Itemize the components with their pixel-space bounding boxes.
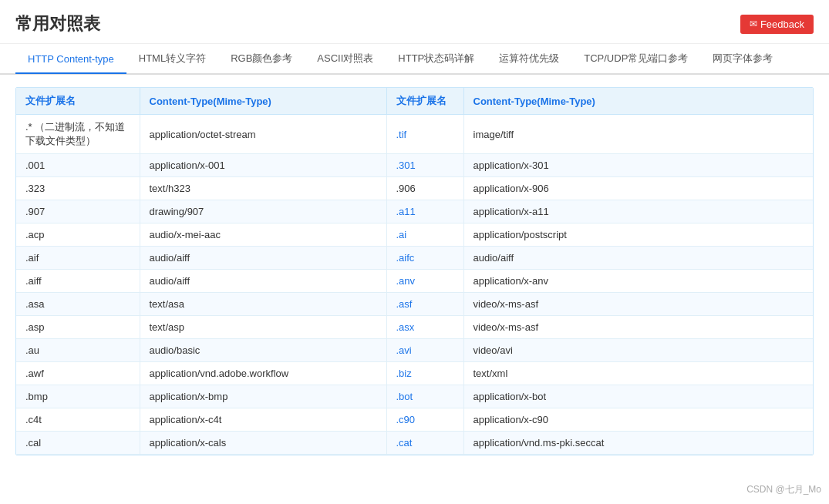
ext1-cell: .asa bbox=[16, 293, 140, 316]
feedback-label: Feedback bbox=[760, 18, 804, 30]
table-row: .c4tapplication/x-c4t.c90application/x-c… bbox=[16, 408, 813, 432]
mime1-cell: audio/x-mei-aac bbox=[140, 223, 386, 247]
mime2-cell: application/x-301 bbox=[463, 154, 813, 177]
table-row: .001application/x-001.301application/x-3… bbox=[16, 154, 813, 177]
tab-item-7[interactable]: 网页字体参考 bbox=[700, 44, 785, 75]
mime1-cell: application/octet-stream bbox=[140, 115, 386, 154]
ext1-cell: .aiff bbox=[16, 270, 140, 293]
mime1-cell: text/h323 bbox=[140, 177, 386, 200]
ext2-cell[interactable]: .asf bbox=[386, 293, 463, 316]
ext1-cell: .awf bbox=[16, 362, 140, 385]
tab-item-4[interactable]: HTTP状态码详解 bbox=[386, 44, 487, 75]
table-row: .asatext/asa.asfvideo/x-ms-asf bbox=[16, 293, 813, 316]
mime2-cell: text/xml bbox=[463, 362, 813, 385]
ext1-cell: .bmp bbox=[16, 385, 140, 408]
table-header-0: 文件扩展名 bbox=[16, 88, 140, 115]
tabs-bar: HTTP Content-typeHTML转义字符RGB颜色参考ASCII对照表… bbox=[0, 44, 829, 75]
ext2-cell[interactable]: .bot bbox=[386, 385, 463, 408]
table-row: .awfapplication/vnd.adobe.workflow.bizte… bbox=[16, 362, 813, 385]
ext2-cell[interactable]: .cat bbox=[386, 432, 463, 455]
tab-item-3[interactable]: ASCII对照表 bbox=[305, 44, 386, 75]
tab-item-5[interactable]: 运算符优先级 bbox=[487, 44, 571, 75]
mime2-cell: application/postscript bbox=[463, 223, 813, 247]
ext1-cell: .au bbox=[16, 339, 140, 362]
ext1-cell: .acp bbox=[16, 223, 140, 247]
table-row: .calapplication/x-cals.catapplication/vn… bbox=[16, 432, 813, 455]
table-row: .aiffaudio/aiff.anvapplication/x-anv bbox=[16, 270, 813, 293]
page-title: 常用对照表 bbox=[15, 12, 100, 35]
ext2-cell[interactable]: .aifc bbox=[386, 247, 463, 270]
mime1-cell: audio/basic bbox=[140, 339, 386, 362]
tab-item-1[interactable]: HTML转义字符 bbox=[126, 44, 218, 75]
table-header-2: 文件扩展名 bbox=[386, 88, 463, 115]
mime1-cell: text/asa bbox=[140, 293, 386, 316]
ext2-cell: .906 bbox=[386, 177, 463, 200]
ext1-cell: .aif bbox=[16, 247, 140, 270]
ext1-cell: .907 bbox=[16, 200, 140, 223]
mime1-cell: application/x-bmp bbox=[140, 385, 386, 408]
table-row: .aifaudio/aiff.aifcaudio/aiff bbox=[16, 247, 813, 270]
table-row: .auaudio/basic.avivideo/avi bbox=[16, 339, 813, 362]
table-header-row: 文件扩展名Content-Type(Mime-Type)文件扩展名Content… bbox=[16, 88, 813, 115]
table-header-3: Content-Type(Mime-Type) bbox=[463, 88, 813, 115]
ext2-cell[interactable]: .301 bbox=[386, 154, 463, 177]
mime2-cell: application/x-anv bbox=[463, 270, 813, 293]
ext2-cell[interactable]: .asx bbox=[386, 316, 463, 339]
table-row: .* （二进制流，不知道下载文件类型）application/octet-str… bbox=[16, 115, 813, 154]
mime1-cell: application/x-001 bbox=[140, 154, 386, 177]
feedback-button[interactable]: ✉ Feedback bbox=[740, 15, 814, 34]
mime2-cell: application/vnd.ms-pki.seccat bbox=[463, 432, 813, 455]
tab-item-0[interactable]: HTTP Content-type bbox=[15, 45, 126, 74]
table-row: .323text/h323.906application/x-906 bbox=[16, 177, 813, 200]
ext2-cell[interactable]: .ai bbox=[386, 223, 463, 247]
table-row: .acpaudio/x-mei-aac.aiapplication/postsc… bbox=[16, 223, 813, 247]
mime2-cell: audio/aiff bbox=[463, 247, 813, 270]
mime1-cell: application/x-c4t bbox=[140, 408, 386, 432]
content-table-wrapper: 文件扩展名Content-Type(Mime-Type)文件扩展名Content… bbox=[15, 87, 814, 455]
mime1-cell: application/vnd.adobe.workflow bbox=[140, 362, 386, 385]
ext2-cell[interactable]: .biz bbox=[386, 362, 463, 385]
mime1-cell: text/asp bbox=[140, 316, 386, 339]
ext2-cell[interactable]: .avi bbox=[386, 339, 463, 362]
mime2-cell: application/x-906 bbox=[463, 177, 813, 200]
mime2-cell: application/x-bot bbox=[463, 385, 813, 408]
ext1-cell: .asp bbox=[16, 316, 140, 339]
mime2-cell: video/avi bbox=[463, 339, 813, 362]
ext2-cell[interactable]: .anv bbox=[386, 270, 463, 293]
ext2-cell[interactable]: .tif bbox=[386, 115, 463, 154]
ext2-cell[interactable]: .c90 bbox=[386, 408, 463, 432]
mime-type-table: 文件扩展名Content-Type(Mime-Type)文件扩展名Content… bbox=[16, 88, 813, 455]
mime2-cell: image/tiff bbox=[463, 115, 813, 154]
ext1-cell: .323 bbox=[16, 177, 140, 200]
ext2-cell[interactable]: .a11 bbox=[386, 200, 463, 223]
mime2-cell: application/x-a11 bbox=[463, 200, 813, 223]
table-row: .bmpapplication/x-bmp.botapplication/x-b… bbox=[16, 385, 813, 408]
ext1-cell: .* （二进制流，不知道下载文件类型） bbox=[16, 115, 140, 154]
ext1-cell: .c4t bbox=[16, 408, 140, 432]
mime1-cell: audio/aiff bbox=[140, 270, 386, 293]
ext1-cell: .cal bbox=[16, 432, 140, 455]
tab-item-6[interactable]: TCP/UDP常见端口参考 bbox=[571, 44, 700, 75]
mime1-cell: audio/aiff bbox=[140, 247, 386, 270]
mime1-cell: drawing/907 bbox=[140, 200, 386, 223]
ext1-cell: .001 bbox=[16, 154, 140, 177]
mime2-cell: video/x-ms-asf bbox=[463, 293, 813, 316]
table-header-1: Content-Type(Mime-Type) bbox=[140, 88, 386, 115]
envelope-icon: ✉ bbox=[750, 18, 757, 29]
main-content: 文件扩展名Content-Type(Mime-Type)文件扩展名Content… bbox=[0, 75, 829, 468]
tab-item-2[interactable]: RGB颜色参考 bbox=[218, 44, 305, 75]
mime1-cell: application/x-cals bbox=[140, 432, 386, 455]
mime2-cell: video/x-ms-asf bbox=[463, 316, 813, 339]
table-row: .asptext/asp.asxvideo/x-ms-asf bbox=[16, 316, 813, 339]
table-row: .907drawing/907.a11application/x-a11 bbox=[16, 200, 813, 223]
page-header: 常用对照表 ✉ Feedback bbox=[0, 0, 829, 44]
mime2-cell: application/x-c90 bbox=[463, 408, 813, 432]
